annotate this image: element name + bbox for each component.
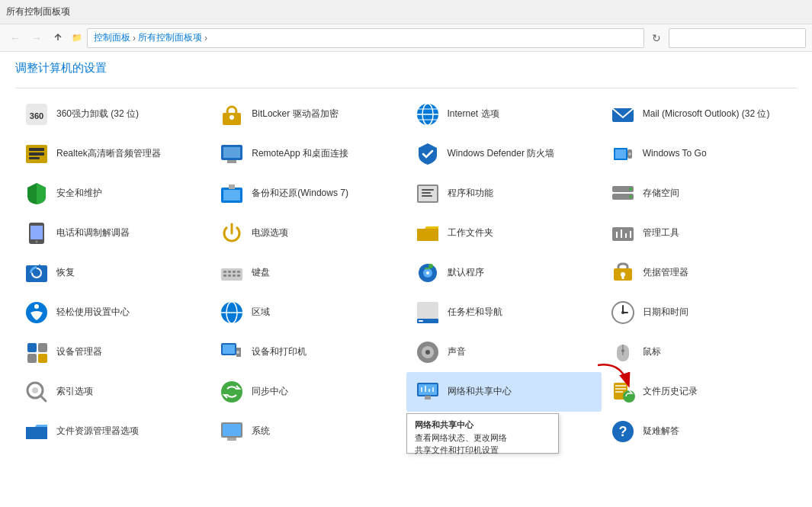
breadcrumb-allitems[interactable]: 所有控制面板项	[138, 31, 202, 44]
svg-rect-13	[29, 152, 44, 156]
item-taskbar[interactable]: 任务栏和导航	[406, 293, 602, 332]
item-taskbar-label: 任务栏和导航	[448, 306, 502, 319]
item-keyboard[interactable]: 键盘	[210, 253, 406, 293]
refresh-button[interactable]: ↻	[647, 29, 666, 47]
item-sound-label: 声音	[448, 346, 466, 358]
folder-icon: 📁	[72, 33, 82, 43]
svg-rect-48	[223, 274, 226, 277]
svg-rect-98	[615, 388, 626, 390]
item-backup-label: 备份和还原(Windows 7)	[252, 188, 348, 200]
item-programs-label: 程序和功能	[448, 188, 493, 200]
item-fileexplorer[interactable]: 文件资源管理器选项	[15, 412, 210, 451]
item-360[interactable]: 360360强力卸载 (32 位)	[15, 95, 210, 134]
item-backup[interactable]: 备份和还原(Windows 7)	[210, 174, 406, 213]
item-indexing-label: 索引选项	[56, 386, 93, 398]
svg-rect-24	[223, 190, 240, 201]
svg-line-85	[40, 396, 46, 401]
item-sound[interactable]: 声音	[406, 332, 602, 372]
item-recovery-label: 恢复	[56, 267, 75, 279]
item-mail-icon	[609, 101, 637, 128]
title-bar: 所有控制面板项	[0, 0, 812, 24]
item-admtools-label: 管理工具	[643, 227, 679, 239]
address-bar: ← → 📁 控制面板 › 所有控制面板项 › ↻	[0, 24, 812, 52]
item-system[interactable]: 系统	[210, 412, 406, 451]
svg-rect-71	[27, 343, 37, 352]
item-credentials-label: 凭据管理器	[643, 267, 688, 279]
svg-rect-51	[237, 274, 240, 277]
item-security[interactable]: 安全和维护	[15, 174, 210, 213]
svg-rect-49	[228, 274, 231, 277]
item-filehistory-icon	[609, 378, 637, 406]
item-region[interactable]: 区域	[210, 293, 406, 332]
item-sound-icon	[414, 339, 441, 366]
item-filehistory[interactable]: 文件历史记录	[602, 372, 797, 412]
item-credentials[interactable]: 凭据管理器	[602, 253, 797, 293]
item-recovery[interactable]: 恢复	[15, 253, 210, 293]
item-datetime-icon	[609, 299, 637, 326]
item-defaultapps-icon	[414, 259, 441, 287]
item-defender[interactable]: Windows Defender 防火墙	[406, 134, 602, 174]
svg-point-55	[428, 264, 433, 268]
svg-rect-72	[27, 354, 37, 363]
svg-point-83	[621, 349, 624, 352]
svg-rect-76	[223, 345, 235, 354]
item-keyboard-label: 键盘	[252, 267, 270, 279]
item-devmgr[interactable]: 设备管理器	[15, 332, 210, 372]
item-synccenter[interactable]: 同步中心	[210, 372, 406, 412]
item-datetime[interactable]: 日期和时间	[602, 293, 797, 332]
item-phone-label: 电话和调制解调器	[56, 227, 130, 239]
up-button[interactable]	[49, 29, 67, 47]
back-button[interactable]: ←	[6, 29, 24, 47]
item-storage[interactable]: 存储空间	[602, 174, 797, 213]
item-network-icon	[414, 378, 441, 406]
item-indexing-icon	[23, 378, 50, 406]
item-internet[interactable]: Internet 选项	[406, 95, 602, 134]
item-troubleshoot[interactable]: ?疑难解答	[602, 412, 797, 451]
item-mail[interactable]: Mail (Microsoft Outlook) (32 位)	[602, 95, 797, 134]
search-input[interactable]	[669, 28, 806, 48]
breadcrumb-controlpanel[interactable]: 控制面板	[94, 31, 130, 44]
svg-text:360: 360	[30, 111, 43, 120]
item-datetime-label: 日期和时间	[643, 306, 688, 319]
page-title[interactable]: 调整计算机的设置	[15, 61, 797, 75]
item-phone[interactable]: 电话和调制解调器	[15, 213, 210, 253]
item-remoteapp[interactable]: RemoteApp 和桌面连接	[210, 134, 406, 174]
item-remoteapp-label: RemoteApp 和桌面连接	[252, 148, 348, 160]
item-defaultapps-label: 默认程序	[448, 267, 484, 279]
item-devices-icon	[218, 339, 246, 366]
svg-point-4	[229, 115, 234, 120]
item-credentials-icon	[609, 259, 637, 287]
item-bitlocker[interactable]: BitLocker 驱动器加密	[210, 95, 406, 134]
item-devices[interactable]: 设备和打印机	[210, 332, 406, 372]
item-defaultapps[interactable]: 默认程序	[406, 253, 602, 293]
svg-rect-12	[29, 148, 44, 151]
item-power[interactable]: 电源选项	[210, 213, 406, 253]
item-network[interactable]: 网络和共享中心 网络和共享中心查看网络状态、更改网络共享文件和打印机设置	[406, 372, 602, 412]
forward-button[interactable]: →	[27, 29, 46, 47]
item-admtools-icon	[609, 220, 637, 247]
svg-text:?: ?	[618, 424, 627, 439]
item-realtek[interactable]: Realtek高清晰音频管理器	[15, 134, 210, 174]
svg-rect-35	[30, 226, 43, 239]
svg-point-54	[426, 271, 429, 274]
items-grid: 360360强力卸载 (32 位)BitLocker 驱动器加密Internet…	[15, 95, 797, 451]
item-indexing[interactable]: 索引选项	[15, 372, 210, 412]
item-power-icon	[218, 220, 246, 247]
item-mouse[interactable]: 鼠标	[602, 332, 797, 372]
svg-rect-99	[615, 391, 623, 393]
item-workfolders[interactable]: 工作文件夹	[406, 213, 602, 253]
item-security-label: 安全和维护	[56, 188, 102, 200]
item-admtools[interactable]: 管理工具	[602, 213, 797, 253]
svg-point-87	[221, 381, 242, 403]
item-realtek-label: Realtek高清晰音频管理器	[56, 148, 161, 160]
item-programs[interactable]: 程序和功能	[406, 174, 602, 213]
item-devices-label: 设备和打印机	[252, 346, 307, 358]
item-internet-label: Internet 选项	[448, 108, 499, 120]
address-path[interactable]: 控制面板 › 所有控制面板项 ›	[87, 28, 644, 48]
item-easyaccess[interactable]: 轻松使用设置中心	[15, 293, 210, 332]
svg-rect-16	[223, 147, 240, 158]
item-defender-label: Windows Defender 防火墙	[448, 148, 555, 160]
item-windowstogo[interactable]: Windows To Go	[602, 134, 797, 174]
item-mouse-label: 鼠标	[643, 346, 661, 358]
divider	[15, 88, 797, 88]
